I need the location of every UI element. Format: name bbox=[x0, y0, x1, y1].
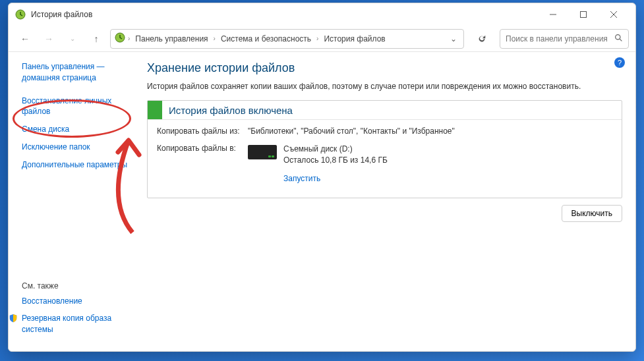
svg-line-7 bbox=[620, 39, 622, 41]
sidebar: Панель управления — домашняя страница Во… bbox=[9, 52, 140, 351]
chevron-right-icon: › bbox=[128, 35, 130, 42]
chevron-right-icon: › bbox=[316, 35, 318, 42]
copy-to-row: Копировать файлы в: Съемный диск (D:) Ос… bbox=[157, 144, 612, 183]
copy-from-value: "Библиотеки", "Рабочий стол", "Контакты"… bbox=[248, 126, 612, 136]
sidebar-change-drive-link[interactable]: Смена диска bbox=[22, 124, 134, 135]
sidebar-home-link[interactable]: Панель управления — домашняя страница bbox=[22, 61, 134, 84]
chevron-down-icon[interactable]: ⌄ bbox=[448, 34, 459, 43]
see-also-label: См. также bbox=[22, 281, 134, 291]
forward-button[interactable]: → bbox=[39, 29, 59, 49]
status-body: Копировать файлы из: "Библиотеки", "Рабо… bbox=[148, 120, 622, 198]
action-row: Выключить bbox=[147, 205, 622, 222]
breadcrumb[interactable]: › Панель управления › Система и безопасн… bbox=[110, 29, 464, 49]
drive-space: Осталось 10,8 ГБ из 14,6 ГБ bbox=[283, 155, 388, 166]
sidebar-restore-files-link[interactable]: Восстановление личных файлов bbox=[22, 96, 134, 118]
close-button[interactable] bbox=[599, 5, 629, 24]
sidebar-system-image-link[interactable]: Резервная копия образа системы bbox=[22, 313, 134, 335]
copy-to-label: Копировать файлы в: bbox=[157, 144, 248, 183]
drive-name: Съемный диск (D:) bbox=[283, 144, 388, 155]
shield-icon bbox=[9, 314, 18, 323]
up-button[interactable]: ↑ bbox=[86, 29, 106, 49]
maximize-button[interactable] bbox=[568, 5, 599, 24]
page-heading: Хранение истории файлов bbox=[147, 61, 622, 75]
titlebar: История файлов bbox=[9, 3, 635, 26]
sidebar-recovery-link[interactable]: Восстановление bbox=[22, 296, 134, 307]
file-history-icon bbox=[115, 32, 125, 45]
turn-off-button[interactable]: Выключить bbox=[562, 205, 622, 222]
status-on-icon bbox=[148, 101, 162, 119]
control-panel-window: История файлов ← → ⌄ ↑ › Панель управлен… bbox=[8, 3, 636, 352]
search-input[interactable] bbox=[506, 34, 612, 43]
svg-rect-2 bbox=[581, 12, 587, 18]
toolbar: ← → ⌄ ↑ › Панель управления › Система и … bbox=[9, 26, 635, 52]
search-icon bbox=[614, 34, 623, 44]
drive-icon bbox=[248, 145, 277, 159]
chevron-right-icon: › bbox=[214, 35, 216, 42]
status-box: История файлов включена Копировать файлы… bbox=[147, 100, 622, 198]
status-header: История файлов включена bbox=[148, 101, 622, 120]
sidebar-exclude-folders-link[interactable]: Исключение папок bbox=[22, 142, 134, 153]
drive-info: Съемный диск (D:) Осталось 10,8 ГБ из 14… bbox=[283, 144, 388, 166]
window-title: История файлов bbox=[31, 10, 538, 19]
search-box[interactable] bbox=[500, 29, 629, 49]
recent-button[interactable]: ⌄ bbox=[63, 29, 82, 49]
refresh-button[interactable] bbox=[472, 29, 492, 49]
copy-from-row: Копировать файлы из: "Библиотеки", "Рабо… bbox=[157, 126, 612, 136]
breadcrumb-item[interactable]: История файлов bbox=[321, 33, 388, 45]
status-title: История файлов включена bbox=[162, 101, 299, 119]
page-description: История файлов сохраняет копии ваших фай… bbox=[147, 80, 622, 92]
main-panel: ? Хранение истории файлов История файлов… bbox=[140, 52, 635, 351]
copy-from-label: Копировать файлы из: bbox=[157, 126, 248, 136]
breadcrumb-item[interactable]: Панель управления bbox=[132, 33, 210, 45]
file-history-icon bbox=[15, 9, 26, 20]
run-link[interactable]: Запустить bbox=[283, 174, 320, 183]
svg-point-6 bbox=[616, 34, 620, 39]
sidebar-advanced-link[interactable]: Дополнительные параметры bbox=[22, 159, 134, 171]
window-controls bbox=[538, 5, 629, 24]
breadcrumb-item[interactable]: Система и безопасность bbox=[218, 33, 314, 45]
content-area: Панель управления — домашняя страница Во… bbox=[9, 52, 635, 351]
minimize-button[interactable] bbox=[538, 5, 568, 24]
help-icon[interactable]: ? bbox=[614, 57, 625, 68]
back-button[interactable]: ← bbox=[15, 29, 35, 49]
